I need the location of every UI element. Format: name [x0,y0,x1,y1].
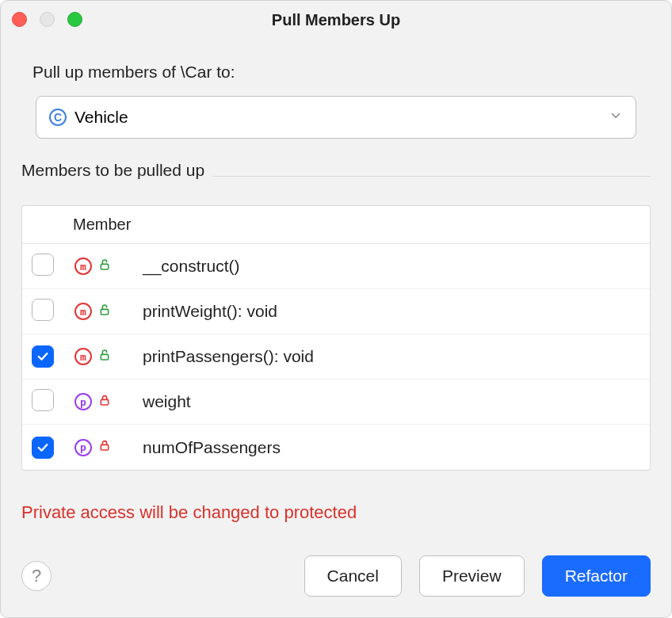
lock-closed-icon [98,394,111,410]
window-controls [12,12,82,27]
lock-open-icon [98,303,111,320]
property-icon: p [74,439,92,456]
members-section-header: Members to be pulled up [21,161,651,186]
help-button[interactable]: ? [21,561,52,591]
member-label: __construct() [143,257,240,275]
cancel-button[interactable]: Cancel [304,555,402,597]
prompt-label: Pull up members of \Car to: [32,63,651,82]
lock-open-icon [98,258,111,275]
member-checkbox[interactable] [32,299,54,321]
member-checkbox[interactable] [32,254,54,276]
svg-rect-1 [101,309,108,315]
preview-button[interactable]: Preview [419,555,525,597]
close-window-button[interactable] [12,12,27,27]
member-checkbox[interactable] [32,389,54,411]
titlebar: Pull Members Up [1,1,671,39]
member-row: pnumOfPassengers [22,425,650,470]
svg-rect-0 [101,264,108,269]
member-row: mprintWeight(): void [22,289,650,334]
class-icon: C [49,109,67,126]
members-table: Member m__construct()mprintWeight(): voi… [21,205,651,471]
member-label: printWeight(): void [143,302,277,320]
target-class-label: Vehicle [74,108,609,127]
zoom-window-button[interactable] [67,12,82,27]
warning-text: Private access will be changed to protec… [21,502,651,523]
lock-closed-icon [98,439,111,456]
member-checkbox[interactable] [32,345,54,368]
member-row: m__construct() [22,244,650,289]
member-row: pweight [22,380,650,425]
dialog-title: Pull Members Up [272,11,400,29]
minimize-window-button[interactable] [40,12,55,27]
dialog-window: Pull Members Up Pull up members of \Car … [0,0,672,618]
members-table-header: Member [22,206,650,244]
member-label: numOfPassengers [143,438,281,456]
method-icon: m [74,258,92,275]
method-icon: m [74,303,92,320]
svg-rect-3 [101,399,108,405]
member-label: weight [143,392,191,410]
chevron-down-icon [609,109,623,127]
members-section-label: Members to be pulled up [21,161,204,185]
dialog-content: Pull up members of \Car to: C Vehicle Me… [1,39,671,538]
member-label: printPassengers(): void [143,347,314,365]
target-class-field: C Vehicle [36,96,636,139]
target-class-dropdown[interactable]: C Vehicle [36,96,636,139]
method-icon: m [74,348,92,365]
property-icon: p [74,393,92,410]
lock-open-icon [98,349,111,365]
member-column-header: Member [63,216,650,234]
dialog-footer: ? Cancel Preview Refactor [1,538,671,617]
svg-rect-4 [101,444,108,450]
svg-rect-2 [101,354,108,360]
refactor-button[interactable]: Refactor [542,555,651,597]
member-row: mprintPassengers(): void [22,334,650,380]
member-checkbox[interactable] [32,437,54,459]
